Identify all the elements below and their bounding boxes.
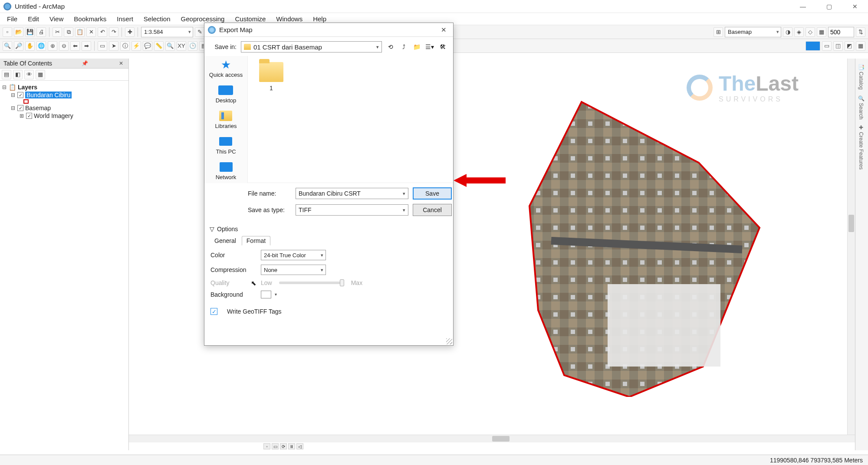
menu-windows[interactable]: Windows xyxy=(272,14,307,23)
tree-layer-selected[interactable]: ⊟ Bundaran Cibiru xyxy=(2,91,127,99)
tree-group-basemap[interactable]: ⊟ Basemap xyxy=(2,104,127,112)
fixed-zoom-in-icon[interactable]: ⊕ xyxy=(48,41,57,51)
hyperlink-icon[interactable]: ⚡ xyxy=(132,41,141,51)
basemap-opt-icon[interactable]: ◈ xyxy=(794,27,804,37)
tree-layer-world[interactable]: ⊞ World Imagery xyxy=(2,112,127,120)
grid-icon[interactable]: ▦ xyxy=(817,27,826,37)
time-slider-icon[interactable]: 🕒 xyxy=(188,41,197,51)
geotiff-checkbox[interactable]: ✓ xyxy=(210,308,217,315)
back-nav-icon[interactable]: ⟲ xyxy=(386,43,395,51)
menu-edit[interactable]: Edit xyxy=(23,14,43,23)
file-list[interactable]: 1 xyxy=(248,56,453,183)
scale-combo[interactable]: 1:3.584 xyxy=(141,27,193,37)
menu-view[interactable]: View xyxy=(45,14,68,23)
maximize-button[interactable]: ▢ xyxy=(816,0,842,13)
new-icon[interactable]: ▫ xyxy=(3,27,12,37)
sidebar-libraries[interactable]: Libraries xyxy=(215,110,237,129)
expander-icon[interactable]: ⊟ xyxy=(10,92,16,98)
refresh-icon[interactable]: ⟳ xyxy=(280,443,287,449)
full-extent-icon[interactable]: 🌐 xyxy=(36,41,46,51)
back-icon[interactable]: ⬅ xyxy=(70,41,80,51)
tab-general[interactable]: General xyxy=(210,236,241,246)
draw-tool4-icon[interactable]: ▦ xyxy=(856,41,865,51)
find-icon[interactable]: 🔍 xyxy=(165,41,175,51)
close-button[interactable]: ✕ xyxy=(842,0,868,13)
measure-icon[interactable]: 📏 xyxy=(154,41,164,51)
search-tab[interactable]: 🔍 Search xyxy=(858,95,864,119)
draw-tool3-icon[interactable]: ◩ xyxy=(845,41,854,51)
save-in-combo[interactable]: 01 CSRT dari Basemap xyxy=(241,41,382,52)
compression-combo[interactable]: None xyxy=(261,265,326,275)
menu-bookmarks[interactable]: Bookmarks xyxy=(69,14,111,23)
file-name-input[interactable]: Bundaran Cibiru CSRT xyxy=(296,188,408,199)
menu-help[interactable]: Help xyxy=(309,14,331,23)
fill-color-icon[interactable] xyxy=(806,41,820,51)
pan-icon[interactable]: ✋ xyxy=(25,41,35,51)
layer-checkbox[interactable] xyxy=(26,113,32,119)
menu-customize[interactable]: Customize xyxy=(230,14,270,23)
identify-icon[interactable]: ⓘ xyxy=(120,41,130,51)
close-panel-icon[interactable]: ✕ xyxy=(117,60,125,66)
draw-tool2-icon[interactable]: ◫ xyxy=(833,41,843,51)
sidebar-thispc[interactable]: This PC xyxy=(216,135,236,155)
open-icon[interactable]: 📂 xyxy=(14,27,23,37)
save-icon[interactable]: 💾 xyxy=(25,27,35,37)
pointer-icon[interactable]: ➤ xyxy=(109,41,118,51)
basemap-combo[interactable]: Basemap xyxy=(725,27,781,37)
toc-list-by-visibility-icon[interactable]: 👁 xyxy=(24,70,34,79)
basemap-add-icon[interactable]: ◑ xyxy=(783,27,792,37)
toc-list-by-selection-icon[interactable]: ▦ xyxy=(36,70,45,79)
snap-icon[interactable]: ⊞ xyxy=(713,27,723,37)
draw-tool-icon[interactable]: ▭ xyxy=(822,41,832,51)
pause-icon[interactable]: ⏸ xyxy=(288,443,295,449)
snap-value-input[interactable] xyxy=(828,27,854,37)
print-icon[interactable]: 🖨 xyxy=(36,27,46,37)
pin-icon[interactable]: 📌 xyxy=(80,60,90,66)
tree-root[interactable]: ⊟ 📋 Layers xyxy=(2,83,127,91)
cancel-button[interactable]: Cancel xyxy=(413,204,452,216)
new-folder-icon[interactable]: 📁 xyxy=(412,43,421,51)
minimize-button[interactable]: — xyxy=(790,0,816,13)
save-button[interactable]: Save xyxy=(413,187,452,200)
cut-icon[interactable]: ✂ xyxy=(53,27,62,37)
expander-icon[interactable]: ⊟ xyxy=(2,84,7,90)
folder-item[interactable]: 1 xyxy=(254,62,289,92)
goto-xy-icon[interactable]: XY xyxy=(177,41,186,51)
menu-selection[interactable]: Selection xyxy=(139,14,175,23)
catalog-tab[interactable]: 📑 Catalog xyxy=(858,64,864,90)
redo-icon[interactable]: ↷ xyxy=(109,27,118,37)
basemap-clear-icon[interactable]: ◇ xyxy=(806,27,815,37)
view-menu-icon[interactable]: ☰▾ xyxy=(425,43,434,51)
sidebar-quick-access[interactable]: ★ Quick access xyxy=(209,59,243,78)
paste-icon[interactable]: 📋 xyxy=(75,27,85,37)
toc-list-by-drawing-icon[interactable]: ▤ xyxy=(2,70,11,79)
forward-icon[interactable]: ➡ xyxy=(82,41,91,51)
tool-icon[interactable]: 🛠 xyxy=(438,43,447,51)
save-as-type-combo[interactable]: TIFF xyxy=(296,204,408,216)
html-popup-icon[interactable]: 💬 xyxy=(143,41,152,51)
add-data-icon[interactable]: ✚ xyxy=(125,27,135,37)
select-icon[interactable]: ▭ xyxy=(98,41,107,51)
resize-grip[interactable] xyxy=(446,338,452,344)
menu-insert[interactable]: Insert xyxy=(112,14,138,23)
expander-icon[interactable]: ⊞ xyxy=(19,113,24,119)
undo-icon[interactable]: ↶ xyxy=(98,27,107,37)
scrollbar-thumb[interactable] xyxy=(848,215,854,232)
options-header[interactable]: ▽ Options xyxy=(204,224,453,234)
scrollbar-vertical[interactable] xyxy=(847,59,855,436)
tab-format[interactable]: Format xyxy=(242,236,270,246)
create-features-tab[interactable]: ✚ Create Features xyxy=(858,124,864,170)
menu-file[interactable]: File xyxy=(3,14,22,23)
toc-list-by-source-icon[interactable]: ◧ xyxy=(13,70,23,79)
sidebar-network[interactable]: Network xyxy=(216,161,237,180)
expander-icon[interactable]: ⊟ xyxy=(10,105,16,111)
layer-checkbox[interactable] xyxy=(17,92,23,98)
menu-geoprocessing[interactable]: Geoprocessing xyxy=(177,14,229,23)
scrollbar-thumb[interactable] xyxy=(492,436,510,442)
edit-tool-icon[interactable]: ✎ xyxy=(195,27,204,37)
background-color-picker[interactable] xyxy=(261,291,271,298)
scrollbar-horizontal[interactable] xyxy=(129,435,855,442)
snap-stepper-icon[interactable]: ⇅ xyxy=(856,27,865,37)
up-nav-icon[interactable]: ⤴ xyxy=(399,43,408,51)
data-view-icon[interactable]: ▫ xyxy=(263,443,270,449)
